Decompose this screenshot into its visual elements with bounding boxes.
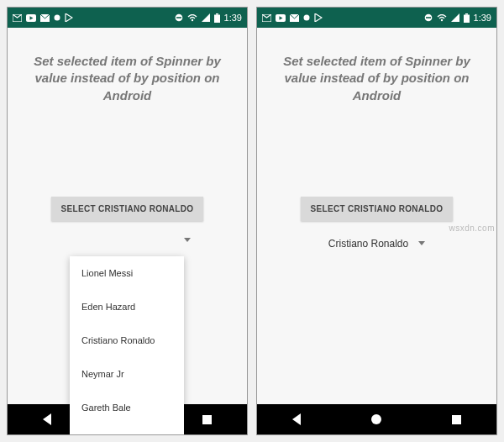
page-title: Set selected item of Spinner by value in… bbox=[257, 28, 496, 104]
do-not-disturb-icon bbox=[424, 13, 433, 22]
mail-icon bbox=[290, 14, 299, 22]
play-icon bbox=[65, 13, 73, 22]
svg-rect-19 bbox=[426, 17, 431, 18]
phone-right: 1:39 Set selected item of Spinner by val… bbox=[256, 7, 497, 435]
svg-marker-9 bbox=[202, 13, 210, 22]
status-right: 1:39 bbox=[175, 13, 242, 23]
dropdown-item[interactable]: David Bekham bbox=[70, 424, 184, 435]
battery-icon bbox=[464, 13, 470, 23]
spinner-value: Cristiano Ronaldo bbox=[328, 238, 408, 250]
svg-rect-11 bbox=[216, 13, 218, 15]
select-ronaldo-button[interactable]: SELECT CRISTIANO RONALDO bbox=[51, 197, 204, 221]
status-left bbox=[262, 13, 323, 22]
dropdown-item[interactable]: Neymar Jr bbox=[70, 357, 184, 391]
wifi-icon bbox=[437, 14, 447, 22]
chevron-down-icon bbox=[418, 241, 425, 245]
status-left bbox=[13, 13, 73, 22]
dot-icon bbox=[54, 14, 60, 21]
screen-content: Set selected item of Spinner by value in… bbox=[257, 28, 496, 404]
page-title: Set selected item of Spinner by value in… bbox=[8, 28, 247, 104]
svg-marker-5 bbox=[66, 13, 72, 22]
dropdown-item[interactable]: Eden Hazard bbox=[70, 290, 184, 324]
nav-bar bbox=[257, 404, 496, 434]
svg-point-8 bbox=[191, 18, 192, 20]
nav-back-icon[interactable] bbox=[292, 413, 301, 425]
play-icon bbox=[314, 13, 323, 22]
svg-rect-7 bbox=[176, 17, 181, 18]
svg-marker-17 bbox=[315, 13, 322, 22]
nav-recent-icon[interactable] bbox=[452, 415, 461, 424]
svg-rect-10 bbox=[214, 14, 220, 23]
svg-marker-21 bbox=[451, 13, 459, 22]
chevron-down-icon bbox=[184, 238, 191, 242]
clock-text: 1:39 bbox=[224, 13, 242, 23]
dot-icon bbox=[303, 14, 310, 21]
youtube-icon bbox=[276, 14, 286, 22]
signal-icon bbox=[202, 13, 210, 22]
status-bar: 1:39 bbox=[257, 8, 496, 28]
youtube-icon bbox=[26, 14, 36, 22]
select-ronaldo-button[interactable]: SELECT CRISTIANO RONALDO bbox=[301, 197, 454, 221]
nav-recent-icon[interactable] bbox=[202, 415, 212, 424]
phone-left: 1:39 Set selected item of Spinner by val… bbox=[7, 7, 248, 435]
svg-rect-22 bbox=[464, 14, 470, 23]
dropdown-item[interactable]: Gareth Bale bbox=[70, 391, 184, 424]
spinner-dropdown: Lionel Messi Eden Hazard Cristiano Ronal… bbox=[70, 256, 184, 435]
status-right: 1:39 bbox=[424, 13, 491, 23]
nav-back-icon[interactable] bbox=[43, 413, 51, 425]
svg-point-16 bbox=[304, 15, 310, 21]
dropdown-item[interactable]: Lionel Messi bbox=[70, 256, 184, 290]
svg-point-4 bbox=[55, 15, 60, 21]
spinner[interactable]: Cristiano Ronaldo bbox=[328, 238, 425, 250]
clock-text: 1:39 bbox=[474, 13, 491, 23]
battery-icon bbox=[214, 13, 220, 23]
spinner[interactable] bbox=[65, 238, 191, 242]
signal-icon bbox=[451, 13, 459, 22]
message-icon bbox=[13, 14, 22, 22]
svg-rect-23 bbox=[465, 13, 468, 15]
mail-icon bbox=[40, 14, 50, 22]
status-bar: 1:39 bbox=[8, 8, 247, 28]
nav-home-icon[interactable] bbox=[371, 414, 381, 424]
screen-content: Set selected item of Spinner by value in… bbox=[8, 28, 247, 404]
watermark: wsxdn.com bbox=[449, 224, 495, 233]
message-icon bbox=[262, 14, 271, 22]
wifi-icon bbox=[187, 14, 197, 22]
do-not-disturb-icon bbox=[175, 13, 183, 22]
dropdown-item[interactable]: Cristiano Ronaldo bbox=[70, 324, 184, 357]
svg-point-20 bbox=[440, 18, 442, 20]
